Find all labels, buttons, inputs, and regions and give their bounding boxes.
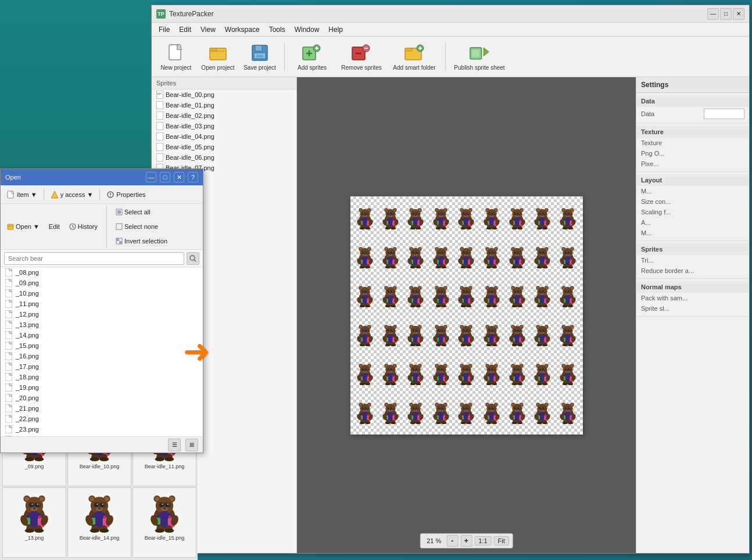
thumbnail-item-9[interactable]: _13.png <box>2 487 66 558</box>
svg-point-144 <box>468 213 468 213</box>
sprite-item-2[interactable]: Bear-idle_02.png <box>152 110 296 121</box>
new-item-button[interactable]: item ▼ <box>3 188 41 202</box>
easy-access-label: y access <box>60 191 85 198</box>
file-item-6[interactable]: _14.png <box>1 330 203 340</box>
svg-point-494 <box>367 290 367 291</box>
list-view-button[interactable]: ☰ <box>168 439 181 451</box>
file-item-11[interactable]: _19.png <box>1 382 203 393</box>
svg-point-149 <box>465 215 467 216</box>
file-item-9[interactable]: _17.png <box>1 361 203 372</box>
thumbnail-item-10[interactable]: Bear-idle_14.png <box>67 487 131 558</box>
easy-access-button[interactable]: y access ▼ <box>46 188 98 202</box>
file-item-13[interactable]: _21.png <box>1 403 203 414</box>
svg-point-716 <box>363 329 365 332</box>
zoom-minus-button[interactable]: - <box>446 535 458 547</box>
sprite-item-6[interactable]: Bear-idle_06.png <box>152 152 296 163</box>
search-button[interactable] <box>187 252 199 265</box>
thumbnail-item-11[interactable]: Bear-idle_15.png <box>133 487 196 558</box>
zoom-one-to-one-button[interactable]: 1:1 <box>474 536 491 545</box>
sprite-item-3[interactable]: Bear-idle_03.png <box>152 121 296 131</box>
svg-rect-1418 <box>5 352 12 360</box>
file-item-2[interactable]: _10.png <box>1 288 203 299</box>
sprite-item-5[interactable]: Bear-idle_05.png <box>152 142 296 152</box>
edit-button[interactable]: Edit <box>45 220 64 234</box>
bear-sprite-8 <box>555 199 581 238</box>
file-item-12[interactable]: _20.png <box>1 393 203 403</box>
minimize-button[interactable]: — <box>707 8 719 20</box>
maximize-button[interactable]: □ <box>720 8 732 20</box>
file-browser-list[interactable]: _08.png _09.png _10.png _11.png <box>1 267 203 436</box>
data-field[interactable] <box>704 109 744 119</box>
properties-button[interactable]: Properties <box>102 188 149 202</box>
add-sprites-label: Add sprites <box>298 64 327 71</box>
svg-point-765 <box>419 326 421 328</box>
menu-tools[interactable]: Tools <box>264 24 290 35</box>
bear-sprite-10 <box>378 238 403 277</box>
zoom-plus-button[interactable]: + <box>460 535 472 547</box>
new-project-button[interactable]: New project <box>156 40 196 74</box>
add-sprites-button[interactable]: Add sprites <box>289 40 335 74</box>
svg-point-1343 <box>540 407 541 408</box>
svg-point-515 <box>393 287 396 289</box>
sprite-item-0[interactable]: Bear-idle_00.png <box>152 89 296 100</box>
svg-rect-352 <box>443 259 445 260</box>
file-item-15[interactable]: _23.png <box>1 424 203 435</box>
svg-point-1283 <box>461 422 466 424</box>
history-button[interactable]: History <box>65 220 102 234</box>
grid-view-button[interactable]: ⊞ <box>185 439 198 451</box>
file-item-8[interactable]: _16.png <box>1 351 203 361</box>
svg-point-992 <box>416 368 418 371</box>
svg-rect-652 <box>520 297 521 299</box>
svg-point-1074 <box>491 371 493 372</box>
svg-point-390 <box>495 248 497 250</box>
invert-selection-button[interactable]: Invert selection <box>112 234 171 248</box>
remove-sprites-button[interactable]: Remove sprites <box>337 40 386 74</box>
menu-help[interactable]: Help <box>324 24 348 35</box>
svg-point-419 <box>518 252 519 252</box>
sprite-item-4[interactable]: Bear-idle_04.png <box>152 131 296 142</box>
file-name-8: _16.png <box>16 353 39 360</box>
file-icon-0 <box>5 268 12 277</box>
svg-point-1117 <box>543 368 545 371</box>
menu-edit[interactable]: Edit <box>174 24 196 35</box>
file-item-1[interactable]: _09.png <box>1 278 203 288</box>
search-input[interactable] <box>4 252 184 265</box>
menu-file[interactable]: File <box>154 24 174 35</box>
menu-workspace[interactable]: Workspace <box>220 24 264 35</box>
menu-window[interactable]: Window <box>290 24 324 35</box>
file-item-14[interactable]: _22.png <box>1 414 203 424</box>
file-item-10[interactable]: _18.png <box>1 372 203 382</box>
zoom-fit-button[interactable]: Fit <box>494 536 509 545</box>
file-name-9: _17.png <box>16 363 39 370</box>
file-item-7[interactable]: _15.png <box>1 340 203 351</box>
file-item-5[interactable]: _13.png <box>1 320 203 330</box>
svg-point-1685 <box>25 497 29 501</box>
publish-button[interactable]: Publish sprite sheet <box>450 40 509 74</box>
sprite-item-1[interactable]: Bear-idle_01.png <box>152 100 296 110</box>
fb-maximize-button[interactable]: □ <box>160 172 170 182</box>
file-item-4[interactable]: _12.png <box>1 309 203 320</box>
svg-point-891 <box>539 329 542 332</box>
file-name-0: _08.png <box>16 269 39 276</box>
close-button[interactable]: ✕ <box>733 8 744 20</box>
svg-point-919 <box>569 329 570 330</box>
fb-help-button[interactable]: ? <box>188 172 198 182</box>
add-smart-folder-button[interactable]: Add smart folder <box>388 40 441 74</box>
file-item-0[interactable]: _08.png <box>1 267 203 278</box>
menu-view[interactable]: View <box>196 24 220 35</box>
svg-point-1293 <box>490 407 490 408</box>
select-none-button[interactable]: Select none <box>112 220 171 234</box>
svg-point-415 <box>520 248 522 250</box>
svg-point-474 <box>567 254 568 255</box>
fb-minimize-button[interactable]: — <box>146 172 156 182</box>
file-item-3[interactable]: _11.png <box>1 299 203 309</box>
svg-rect-31 <box>156 132 163 141</box>
open-project-button[interactable]: Open project <box>198 40 238 74</box>
fb-close-button[interactable]: ✕ <box>174 172 184 182</box>
select-all-button[interactable]: Select all <box>112 205 171 219</box>
app-window: TP TexturePacker — □ ✕ File Edit View Wo… <box>151 5 750 554</box>
svg-point-466 <box>565 252 567 254</box>
save-project-button[interactable]: Save project <box>240 40 280 74</box>
open-button[interactable]: Open ▼ <box>3 220 44 234</box>
bear-sprite-41 <box>479 354 504 393</box>
